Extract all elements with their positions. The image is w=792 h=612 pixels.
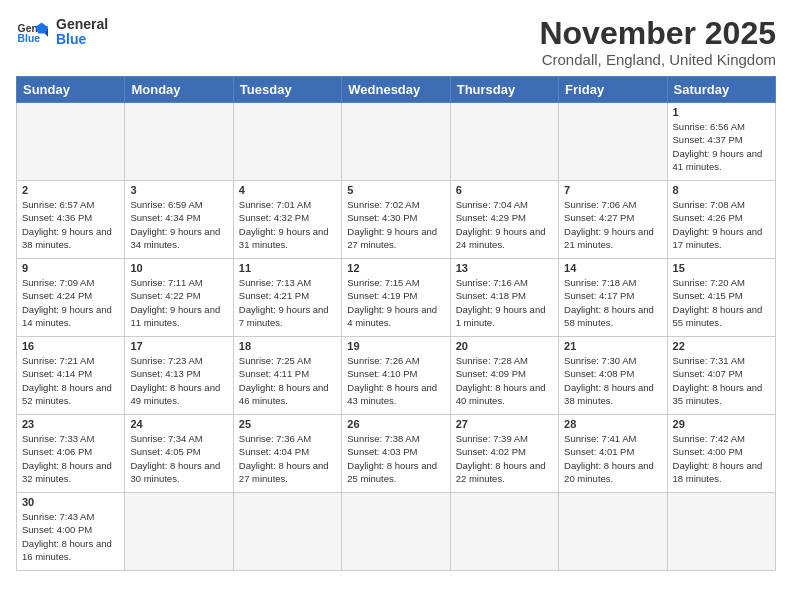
day-number: 18 bbox=[239, 340, 336, 352]
weekday-header-tuesday: Tuesday bbox=[233, 77, 341, 103]
weekday-header-sunday: Sunday bbox=[17, 77, 125, 103]
calendar-cell bbox=[450, 103, 558, 181]
calendar-cell: 4Sunrise: 7:01 AM Sunset: 4:32 PM Daylig… bbox=[233, 181, 341, 259]
day-number: 29 bbox=[673, 418, 770, 430]
day-number: 10 bbox=[130, 262, 227, 274]
day-number: 3 bbox=[130, 184, 227, 196]
day-info: Sunrise: 7:21 AM Sunset: 4:14 PM Dayligh… bbox=[22, 354, 119, 407]
day-info: Sunrise: 7:04 AM Sunset: 4:29 PM Dayligh… bbox=[456, 198, 553, 251]
calendar-week-2: 9Sunrise: 7:09 AM Sunset: 4:24 PM Daylig… bbox=[17, 259, 776, 337]
day-info: Sunrise: 7:23 AM Sunset: 4:13 PM Dayligh… bbox=[130, 354, 227, 407]
month-title: November 2025 bbox=[539, 16, 776, 51]
day-number: 12 bbox=[347, 262, 444, 274]
day-info: Sunrise: 6:59 AM Sunset: 4:34 PM Dayligh… bbox=[130, 198, 227, 251]
day-number: 5 bbox=[347, 184, 444, 196]
day-info: Sunrise: 7:42 AM Sunset: 4:00 PM Dayligh… bbox=[673, 432, 770, 485]
day-number: 15 bbox=[673, 262, 770, 274]
calendar-cell: 30Sunrise: 7:43 AM Sunset: 4:00 PM Dayli… bbox=[17, 493, 125, 571]
day-number: 13 bbox=[456, 262, 553, 274]
calendar-cell bbox=[342, 493, 450, 571]
calendar-cell: 11Sunrise: 7:13 AM Sunset: 4:21 PM Dayli… bbox=[233, 259, 341, 337]
calendar-cell: 20Sunrise: 7:28 AM Sunset: 4:09 PM Dayli… bbox=[450, 337, 558, 415]
calendar-week-4: 23Sunrise: 7:33 AM Sunset: 4:06 PM Dayli… bbox=[17, 415, 776, 493]
calendar-cell: 25Sunrise: 7:36 AM Sunset: 4:04 PM Dayli… bbox=[233, 415, 341, 493]
day-number: 14 bbox=[564, 262, 661, 274]
day-number: 24 bbox=[130, 418, 227, 430]
day-number: 7 bbox=[564, 184, 661, 196]
day-info: Sunrise: 7:02 AM Sunset: 4:30 PM Dayligh… bbox=[347, 198, 444, 251]
calendar-cell: 27Sunrise: 7:39 AM Sunset: 4:02 PM Dayli… bbox=[450, 415, 558, 493]
day-info: Sunrise: 7:38 AM Sunset: 4:03 PM Dayligh… bbox=[347, 432, 444, 485]
day-number: 21 bbox=[564, 340, 661, 352]
calendar-cell bbox=[667, 493, 775, 571]
day-number: 19 bbox=[347, 340, 444, 352]
calendar-cell bbox=[233, 493, 341, 571]
weekday-header-monday: Monday bbox=[125, 77, 233, 103]
logo-blue-text: Blue bbox=[56, 32, 108, 47]
calendar-cell: 23Sunrise: 7:33 AM Sunset: 4:06 PM Dayli… bbox=[17, 415, 125, 493]
day-number: 23 bbox=[22, 418, 119, 430]
calendar-cell: 12Sunrise: 7:15 AM Sunset: 4:19 PM Dayli… bbox=[342, 259, 450, 337]
calendar-cell: 28Sunrise: 7:41 AM Sunset: 4:01 PM Dayli… bbox=[559, 415, 667, 493]
day-info: Sunrise: 7:15 AM Sunset: 4:19 PM Dayligh… bbox=[347, 276, 444, 329]
calendar-cell: 15Sunrise: 7:20 AM Sunset: 4:15 PM Dayli… bbox=[667, 259, 775, 337]
calendar-cell: 19Sunrise: 7:26 AM Sunset: 4:10 PM Dayli… bbox=[342, 337, 450, 415]
day-number: 11 bbox=[239, 262, 336, 274]
calendar-cell bbox=[450, 493, 558, 571]
calendar-cell bbox=[125, 103, 233, 181]
calendar-week-3: 16Sunrise: 7:21 AM Sunset: 4:14 PM Dayli… bbox=[17, 337, 776, 415]
day-number: 22 bbox=[673, 340, 770, 352]
title-block: November 2025 Crondall, England, United … bbox=[539, 16, 776, 68]
calendar-cell: 9Sunrise: 7:09 AM Sunset: 4:24 PM Daylig… bbox=[17, 259, 125, 337]
calendar-cell: 2Sunrise: 6:57 AM Sunset: 4:36 PM Daylig… bbox=[17, 181, 125, 259]
day-info: Sunrise: 7:34 AM Sunset: 4:05 PM Dayligh… bbox=[130, 432, 227, 485]
calendar-cell: 14Sunrise: 7:18 AM Sunset: 4:17 PM Dayli… bbox=[559, 259, 667, 337]
day-info: Sunrise: 7:31 AM Sunset: 4:07 PM Dayligh… bbox=[673, 354, 770, 407]
day-info: Sunrise: 7:43 AM Sunset: 4:00 PM Dayligh… bbox=[22, 510, 119, 563]
calendar-cell: 7Sunrise: 7:06 AM Sunset: 4:27 PM Daylig… bbox=[559, 181, 667, 259]
day-number: 9 bbox=[22, 262, 119, 274]
calendar-cell bbox=[17, 103, 125, 181]
calendar-cell: 6Sunrise: 7:04 AM Sunset: 4:29 PM Daylig… bbox=[450, 181, 558, 259]
day-info: Sunrise: 7:20 AM Sunset: 4:15 PM Dayligh… bbox=[673, 276, 770, 329]
weekday-header-wednesday: Wednesday bbox=[342, 77, 450, 103]
day-number: 26 bbox=[347, 418, 444, 430]
day-info: Sunrise: 7:33 AM Sunset: 4:06 PM Dayligh… bbox=[22, 432, 119, 485]
calendar-table: SundayMondayTuesdayWednesdayThursdayFrid… bbox=[16, 76, 776, 571]
day-info: Sunrise: 7:13 AM Sunset: 4:21 PM Dayligh… bbox=[239, 276, 336, 329]
calendar-cell: 16Sunrise: 7:21 AM Sunset: 4:14 PM Dayli… bbox=[17, 337, 125, 415]
day-number: 28 bbox=[564, 418, 661, 430]
calendar-cell: 24Sunrise: 7:34 AM Sunset: 4:05 PM Dayli… bbox=[125, 415, 233, 493]
calendar-cell bbox=[559, 103, 667, 181]
day-info: Sunrise: 6:56 AM Sunset: 4:37 PM Dayligh… bbox=[673, 120, 770, 173]
day-number: 17 bbox=[130, 340, 227, 352]
day-info: Sunrise: 7:08 AM Sunset: 4:26 PM Dayligh… bbox=[673, 198, 770, 251]
day-number: 1 bbox=[673, 106, 770, 118]
location-title: Crondall, England, United Kingdom bbox=[539, 51, 776, 68]
calendar-cell: 5Sunrise: 7:02 AM Sunset: 4:30 PM Daylig… bbox=[342, 181, 450, 259]
calendar-week-1: 2Sunrise: 6:57 AM Sunset: 4:36 PM Daylig… bbox=[17, 181, 776, 259]
day-info: Sunrise: 7:39 AM Sunset: 4:02 PM Dayligh… bbox=[456, 432, 553, 485]
logo-general-text: General bbox=[56, 17, 108, 32]
calendar-week-0: 1Sunrise: 6:56 AM Sunset: 4:37 PM Daylig… bbox=[17, 103, 776, 181]
calendar-cell: 1Sunrise: 6:56 AM Sunset: 4:37 PM Daylig… bbox=[667, 103, 775, 181]
calendar-cell bbox=[559, 493, 667, 571]
calendar-cell bbox=[233, 103, 341, 181]
svg-text:Blue: Blue bbox=[18, 33, 41, 44]
day-info: Sunrise: 7:06 AM Sunset: 4:27 PM Dayligh… bbox=[564, 198, 661, 251]
calendar-cell bbox=[342, 103, 450, 181]
day-info: Sunrise: 7:28 AM Sunset: 4:09 PM Dayligh… bbox=[456, 354, 553, 407]
calendar-cell: 26Sunrise: 7:38 AM Sunset: 4:03 PM Dayli… bbox=[342, 415, 450, 493]
day-number: 16 bbox=[22, 340, 119, 352]
calendar-cell: 21Sunrise: 7:30 AM Sunset: 4:08 PM Dayli… bbox=[559, 337, 667, 415]
calendar-cell: 17Sunrise: 7:23 AM Sunset: 4:13 PM Dayli… bbox=[125, 337, 233, 415]
calendar-header: General Blue General Blue November 2025 … bbox=[16, 16, 776, 68]
calendar-cell: 13Sunrise: 7:16 AM Sunset: 4:18 PM Dayli… bbox=[450, 259, 558, 337]
calendar-cell: 10Sunrise: 7:11 AM Sunset: 4:22 PM Dayli… bbox=[125, 259, 233, 337]
weekday-header-thursday: Thursday bbox=[450, 77, 558, 103]
day-info: Sunrise: 7:26 AM Sunset: 4:10 PM Dayligh… bbox=[347, 354, 444, 407]
day-number: 4 bbox=[239, 184, 336, 196]
day-info: Sunrise: 7:16 AM Sunset: 4:18 PM Dayligh… bbox=[456, 276, 553, 329]
calendar-week-5: 30Sunrise: 7:43 AM Sunset: 4:00 PM Dayli… bbox=[17, 493, 776, 571]
day-info: Sunrise: 7:01 AM Sunset: 4:32 PM Dayligh… bbox=[239, 198, 336, 251]
